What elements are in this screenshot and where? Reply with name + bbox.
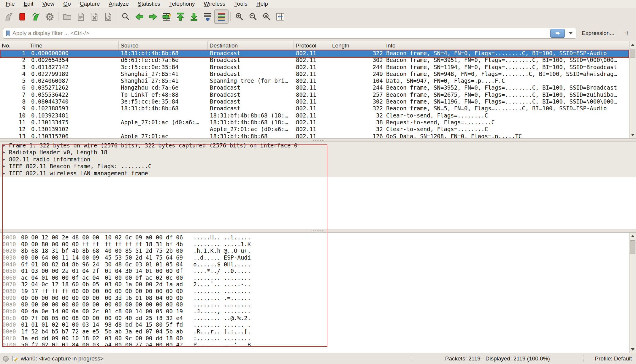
capture-file-icon[interactable] — [12, 356, 18, 362]
packet-row[interactable]: 5 0.024060087 Shanghai_27:85:41 Spanning… — [0, 77, 629, 84]
close-file-button[interactable] — [88, 10, 101, 23]
column-header-length[interactable]: Length — [330, 41, 384, 50]
packet-row[interactable]: 10 0.103923481 18:31:bf:4b:8b:68 (18:… 8… — [0, 112, 629, 119]
hex-row[interactable]: 00c0 00 7f 08 05 00 08 00 00 00 00 40 dd… — [0, 315, 629, 322]
zoom-out-button[interactable] — [246, 10, 260, 23]
menu-item[interactable]: File — [1, 1, 19, 7]
apply-filter-button[interactable] — [550, 29, 565, 38]
menu-item[interactable]: Edit — [19, 1, 38, 7]
detail-tree-row[interactable]: ▶Frame 1: 322 bytes on wire (2576 bits),… — [0, 142, 636, 149]
scroll-down-button[interactable] — [629, 131, 636, 139]
profile-button[interactable]: Profile: Default — [587, 355, 633, 362]
detail-tree-row[interactable]: ▶IEEE 802.11 wireless LAN management fra… — [0, 170, 636, 177]
first-packet-button[interactable] — [173, 10, 187, 23]
hex-row[interactable]: 0010 00 00 80 00 00 00 ff ff ff ff ff ff… — [0, 241, 629, 248]
detail-tree-row[interactable]: ▶Radiotap Header v0, Length 18 — [0, 149, 636, 156]
expand-arrow-icon[interactable]: ▶ — [2, 170, 7, 177]
hex-row[interactable]: 0100 50 f2 02 01 01 84 00 03 a4 00 00 27… — [0, 341, 629, 348]
hex-row[interactable]: 0080 19 17 ff ff ff 00 00 00 00 00 00 00… — [0, 288, 629, 295]
next-packet-button[interactable] — [146, 10, 160, 23]
menu-item[interactable]: Tools — [230, 1, 252, 7]
restart-capture-button[interactable] — [29, 10, 43, 23]
menu-item[interactable]: Capture — [75, 1, 104, 7]
packet-row[interactable]: 7 0.055536422 Tp-LinkT_ef:48:88 Broadcas… — [0, 91, 629, 98]
add-filter-button[interactable]: + — [623, 28, 633, 38]
column-header-no[interactable]: No. — [0, 41, 28, 50]
column-header-destination[interactable]: Destination — [208, 41, 294, 50]
go-to-packet-button[interactable] — [160, 10, 173, 23]
packet-row[interactable]: 13 0.130315706 Apple_27:01:ac 18:31:bf:4… — [0, 133, 629, 139]
find-packet-button[interactable] — [119, 10, 132, 23]
scroll-up-button[interactable] — [629, 233, 636, 240]
column-header-protocol[interactable]: Protocol — [294, 41, 330, 50]
zoom-original-button[interactable] — [260, 10, 273, 23]
packet-row[interactable]: 6 0.035271262 Hangzhou_cd:7a:6e Broadcas… — [0, 84, 629, 91]
hex-row[interactable]: 00b0 00 4a 0e 14 00 0a 00 2c 01 c8 00 14… — [0, 308, 629, 315]
expand-arrow-icon[interactable]: ▶ — [2, 156, 7, 163]
hex-row[interactable]: 0020 8b 68 18 31 bf 4b 8b 68 40 00 85 51… — [0, 247, 629, 254]
hex-row[interactable]: 0050 01 03 00 00 2a 01 04 2f 01 04 30 14… — [0, 268, 629, 274]
packet-row[interactable]: 8 0.080443740 3e:f5:cc:0e:35:84 Broadcas… — [0, 98, 629, 105]
reload-file-button[interactable] — [101, 10, 115, 23]
zoom-in-button[interactable] — [232, 10, 246, 23]
scroll-up-button[interactable] — [629, 41, 636, 48]
last-packet-button[interactable] — [187, 10, 201, 23]
colorize-button[interactable] — [214, 9, 229, 24]
open-file-button[interactable] — [60, 10, 74, 23]
packet-row[interactable]: 2 0.002654354 d6:61:fe:cd:7a:6e Broadcas… — [0, 57, 629, 63]
cell-destination: 18:31:bf:4b:8b:68 (18:… — [208, 119, 294, 126]
hex-row[interactable]: 0030 00 00 64 00 11 14 00 09 45 53 50 2d… — [0, 254, 629, 261]
packet-row[interactable]: 9 0.102388593 18:31:bf:4b:8b:68 Broadcas… — [0, 105, 629, 112]
hex-row[interactable]: 00e0 1f 52 b4 b5 b7 72 ae e5 5b ab 3a ed… — [0, 328, 629, 335]
menu-item[interactable]: Wireless — [199, 1, 230, 7]
packet-row[interactable]: 1 0.000000000 18:31:bf:4b:8b:68 Broadcas… — [0, 50, 629, 57]
menu-item[interactable]: View — [38, 1, 59, 7]
detail-tree-row[interactable]: ▶802.11 radio information — [0, 156, 636, 163]
expert-info-icon[interactable] — [3, 356, 9, 362]
hex-row[interactable]: 00a0 00 00 00 00 00 00 00 00 00 00 00 00… — [0, 301, 629, 308]
hex-row[interactable]: 0060 ac 04 01 00 00 0f ac 04 01 00 00 0f… — [0, 274, 629, 281]
column-header-info[interactable]: Info — [384, 41, 629, 50]
menu-item[interactable]: Go — [59, 1, 75, 7]
column-header-time[interactable]: Time — [28, 41, 119, 50]
scroll-down-button[interactable] — [629, 346, 636, 353]
expand-arrow-icon[interactable]: ▶ — [2, 163, 7, 170]
pane-splitter-upper[interactable] — [0, 138, 636, 142]
expression-button[interactable]: Expression... — [579, 30, 617, 36]
hex-row[interactable]: 0090 00 00 00 00 00 00 00 00 00 3d 16 01… — [0, 295, 629, 301]
start-capture-button[interactable] — [2, 10, 15, 23]
scrollbar-thumb[interactable] — [630, 240, 635, 254]
stop-capture-button[interactable] — [15, 10, 29, 23]
hex-row[interactable]: 0000 00 00 12 00 2e 48 00 00 10 02 6c 09… — [0, 234, 629, 241]
expand-arrow-icon[interactable]: ▶ — [2, 142, 7, 149]
packet-row[interactable]: 11 0.130133475 Apple_27:01:ac (d0:a6:… 1… — [0, 119, 629, 126]
column-header-source[interactable]: Source — [119, 41, 208, 50]
save-file-button[interactable] — [74, 10, 88, 23]
hex-scrollbar[interactable] — [629, 233, 636, 353]
menu-item[interactable]: Telephony — [165, 1, 199, 7]
hex-row[interactable]: 0040 6f 01 08 82 84 8b 96 24 30 48 6c 03… — [0, 261, 629, 268]
packet-row[interactable]: 12 0.130139102 Apple_27:01:ac (d0:a6:… 8… — [0, 126, 629, 133]
filter-dropdown-caret[interactable] — [569, 32, 572, 34]
hex-row[interactable]: 00d0 01 01 01 02 01 00 03 14 98 d8 bd b4… — [0, 321, 629, 328]
auto-scroll-button[interactable] — [201, 10, 214, 23]
ascii-1: ........ — [193, 321, 221, 328]
packet-list-scrollbar[interactable] — [629, 41, 636, 139]
display-filter-input[interactable]: Apply a display filter ... <Ctrl-/> — [3, 28, 576, 39]
expand-arrow-icon[interactable]: ▶ — [2, 149, 7, 156]
detail-tree-row[interactable]: ▶IEEE 802.11 Beacon frame, Flags: ......… — [0, 163, 636, 170]
menu-item[interactable]: Analyze — [104, 1, 133, 7]
packet-row[interactable]: 4 0.022799189 Shanghai_27:85:41 Broadcas… — [0, 71, 629, 77]
pane-splitter-lower[interactable] — [0, 229, 636, 233]
previous-packet-button[interactable] — [132, 10, 146, 23]
scrollbar-thumb[interactable] — [630, 49, 635, 58]
menu-item[interactable]: Statistics — [133, 1, 165, 7]
packet-row[interactable]: 3 0.011827142 3c:f5:cc:0e:35:84 Broadcas… — [0, 64, 629, 71]
capture-options-button[interactable] — [43, 10, 56, 23]
menu-item[interactable]: Help — [252, 1, 272, 7]
filter-bookmark-icon[interactable] — [6, 30, 10, 36]
hex-row[interactable]: 0070 32 04 0c 12 18 60 0b 05 03 00 1a 00… — [0, 281, 629, 288]
resize-columns-button[interactable] — [273, 10, 287, 23]
ascii-2: ...'...B — [224, 341, 251, 348]
hex-row[interactable]: 00f0 3a ed dd 09 00 10 18 02 03 00 9c 00… — [0, 335, 629, 342]
